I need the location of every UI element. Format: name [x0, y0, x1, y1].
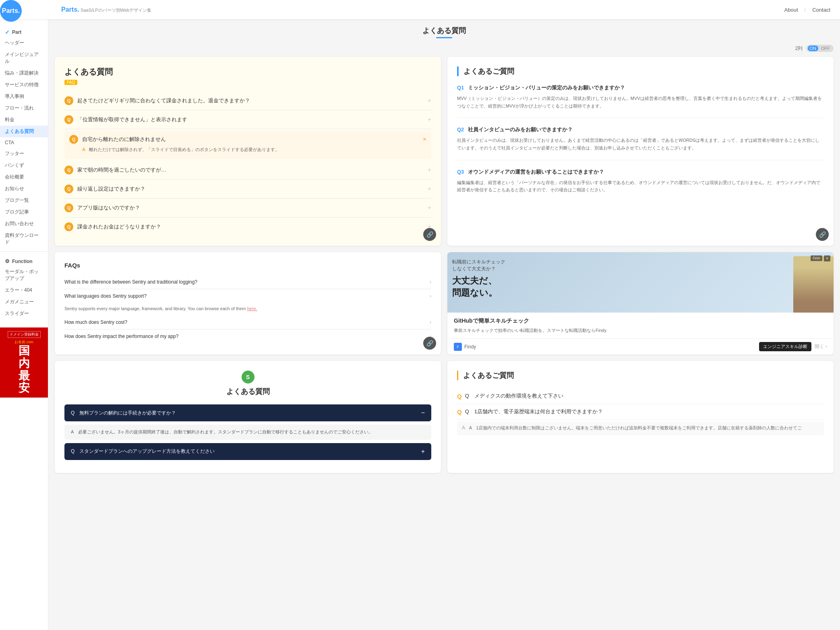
sidebar-function-title: ⚙ Function	[0, 255, 48, 266]
faq1-answer-2: A 離れただけでは解除されず、「スライドで目覚める」のボタンをスライドする必要が…	[69, 144, 426, 155]
card-ad: 転職前にスキルチェック しなくて大丈夫か？ 大丈夫だ、 問題ない。 ©rim ×…	[447, 252, 834, 355]
faq2-q3-block: Q3 オウンドメディアの運営をお願いすることはできますか？ 編集編集者は、経営者…	[457, 168, 824, 194]
ad-overlay-text: 転職前にスキルチェック しなくて大丈夫か？ 大丈夫だ、 問題ない。	[452, 259, 505, 299]
faq2-q2-block: Q2 社員インタビューのみをお願いできますか？ 社員インタビューのみは、現状お受…	[457, 126, 824, 151]
card5-a0: A A 1店舗内での端末利用台数に制限はございません。端末をご用意いただければ追…	[457, 421, 824, 435]
card3-title: FAQs	[64, 262, 431, 269]
card1-badge: FAQ	[64, 80, 77, 85]
card4-icon: S	[242, 371, 254, 383]
sidebar-divider	[0, 251, 48, 252]
faq1-item-4[interactable]: Q 繰り返し設定はできますか？ +	[64, 180, 431, 199]
card2-title: よくあるご質問	[463, 66, 824, 76]
nav-contact[interactable]: Contact	[812, 7, 830, 13]
card4-title: よくある質問	[64, 387, 431, 396]
faq-close-icon: ×	[423, 136, 426, 143]
faq4-q-item-0[interactable]: Q 無料プランの解約には手続きが必要ですか？ −	[64, 404, 431, 421]
sidebar-item-modal[interactable]: モーダル・ポップアップ	[0, 266, 48, 284]
logo-area: Parts. Parts. SaaS/LPのパーツ別Webデザイン集	[10, 6, 151, 13]
main-content: よくある質問 2列 ON OFF よくある質問 FAQ Q 起きてたけどギリギリ	[48, 19, 840, 630]
faq2-q1-num: Q1	[457, 85, 464, 91]
faq1-item-0[interactable]: Q 起きてたけどギリギリ間に合わなくて課金されました。退金できますか？ +	[64, 91, 431, 110]
ad-image-area: 転職前にスキルチェック しなくて大丈夫か？ 大丈夫だ、 問題ない。 ©rim ×	[447, 252, 834, 313]
card5-title: よくあるご質問	[463, 371, 824, 380]
toggle-on: ON	[808, 46, 819, 51]
layout: ✓ Part ヘッダー メインビジュアル 悩み・課題解決 サービスの特徴 導入事…	[0, 19, 840, 630]
faq3-answer-1: Sentry supports every major language, fr…	[64, 303, 431, 316]
sidebar-item-faq[interactable]: よくある質問	[0, 126, 48, 137]
faq3-chevron-2: ‹	[430, 319, 431, 325]
sidebar-item-trouble[interactable]: 悩み・課題解決	[0, 67, 48, 79]
faq3-item-1-expanded[interactable]: What languages does Sentry support? › Se…	[64, 289, 431, 316]
ad-person-image	[793, 256, 834, 313]
sidebar-item-error[interactable]: エラー・404	[0, 284, 48, 296]
faq2-a3: 編集編集者は、経営者という「パーソナルな存在」の発信をお手伝いする仕事であるため…	[457, 179, 824, 194]
faq1-item-2-expanded[interactable]: Q 自宅から離れたのに解除されません × A 離れただけでは解除されず、「スライ…	[64, 131, 431, 159]
sidebar: ✓ Part ヘッダー メインビジュアル 悩み・課題解決 サービスの特徴 導入事…	[0, 19, 48, 630]
sidebar-item-download[interactable]: 資料ダウンロード	[0, 230, 48, 248]
sidebar-part-title: ✓ Part	[0, 26, 48, 37]
faq4-q-item-2[interactable]: Q スタンダードプランへのアップグレード方法を教えてください +	[64, 443, 431, 460]
ad-close-btn[interactable]: ×	[824, 255, 830, 261]
card-faq2: よくあるご質問 Q1 ミッション・ビジョン・バリューの策定のみをお願いできますか…	[447, 57, 834, 246]
sidebar-item-news[interactable]: お知らせ	[0, 183, 48, 195]
card1-link-icon[interactable]: 🔗	[423, 228, 436, 241]
sidebar-item-blog-article[interactable]: ブログ記事	[0, 206, 48, 218]
sidebar-item-service[interactable]: サービスの特徴	[0, 79, 48, 91]
faq3-item-0[interactable]: What is the difference between Sentry an…	[64, 275, 431, 289]
card-faq1: よくある質問 FAQ Q 起きてたけどギリギリ間に合わなくて課金されました。退金…	[55, 57, 441, 246]
ad-open-button[interactable]: エンジニアスキル診断	[759, 342, 811, 351]
sidebar-item-cta[interactable]: CTA	[0, 137, 48, 148]
card-faq5: よくあるご質問 Q Q メディクスの動作環境を教えて下さい Q Q 1店舗内で、…	[447, 361, 834, 473]
sidebar-ad-big-text: 国内最安	[2, 345, 46, 394]
card2-link-icon[interactable]: 🔗	[816, 228, 829, 241]
card5-q1[interactable]: Q Q 1店舗内で、電子薬歴端末は何台まで利用できますか？	[457, 404, 824, 420]
faq2-q3-num: Q3	[457, 169, 464, 175]
card3-link-icon[interactable]: 🔗	[423, 337, 436, 350]
nav-about[interactable]: About	[784, 7, 798, 13]
faq3-link[interactable]: here.	[247, 306, 257, 311]
logo-subtitle: SaaS/LPのパーツ別Webデザイン集	[81, 8, 151, 12]
sidebar-item-price[interactable]: 料金	[0, 114, 48, 126]
faq-expand-icon: +	[428, 116, 431, 123]
toggle-switch[interactable]: ON OFF	[806, 45, 834, 52]
faq1-item-3[interactable]: Q 家で朝の時間を過ごしたいのですが… +	[64, 161, 431, 180]
sidebar-item-slider[interactable]: スライダー	[0, 308, 48, 319]
top-header: Parts. Parts. SaaS/LPのパーツ別Webデザイン集 About…	[0, 0, 840, 19]
faq-q-icon: Q	[64, 203, 73, 212]
sidebar-item-flow[interactable]: フロー・流れ	[0, 102, 48, 114]
header-nav: About / Contact	[784, 7, 830, 13]
faq3-item-2[interactable]: How much does Sentry cost? ‹	[64, 315, 431, 330]
sidebar-item-contact[interactable]: お問い合わせ	[0, 218, 48, 230]
faq-q-icon: Q	[69, 135, 78, 144]
faq1-item-1[interactable]: Q 「位置情報が取得できません」と表示されます +	[64, 110, 431, 129]
toggle-off: OFF	[819, 46, 832, 51]
sidebar-item-megamenu[interactable]: メガメニュー	[0, 296, 48, 308]
card5-header: よくあるご質問	[457, 371, 824, 380]
sidebar-item-header[interactable]: ヘッダー	[0, 37, 48, 49]
faq2-q1-block: Q1 ミッション・ビジョン・バリューの策定のみをお願いできますか？ MVV（ミッ…	[457, 84, 824, 110]
sidebar-item-footer[interactable]: フッター	[0, 148, 48, 160]
findy-logo: F	[454, 343, 462, 351]
faq-q-icon: Q	[64, 166, 73, 174]
ad-github-title: GitHubで簡単スキルチェック	[454, 317, 827, 325]
sidebar-item-company[interactable]: 会社概要	[0, 171, 48, 183]
faq1-item-6[interactable]: Q 課金されたお金はどうなりますか？ +	[64, 218, 431, 236]
sidebar-item-case[interactable]: 導入事例	[0, 91, 48, 102]
page-title-underline	[436, 37, 452, 38]
faq3-item-3[interactable]: How does Sentry impact the performance o…	[64, 330, 431, 343]
sidebar-item-blog-list[interactable]: ブログ一覧	[0, 195, 48, 206]
ad-footer: F Findy エンジニアスキル診断 開く ›	[447, 338, 834, 354]
card5-q0-mark: Q	[457, 393, 462, 400]
ad-github-desc: 事前スキルチェックで効率のいい転職活動を。スマートな転職活動ならFindy	[454, 327, 827, 334]
ad-brand-name: Findy	[464, 344, 476, 350]
faq1-item-5[interactable]: Q アプリ版はないのですか？ +	[64, 199, 431, 218]
card5-q0[interactable]: Q Q メディクスの動作環境を教えて下さい	[457, 388, 824, 404]
card5-q1-mark: Q	[457, 408, 462, 415]
sidebar-item-mainvisual[interactable]: メインビジュアル	[0, 49, 48, 67]
card2-header-border: よくあるご質問	[457, 66, 824, 76]
faq4-a-item-0: A 必要ございません。3ヶ月の提供期間終了後は、自動で解約されます。スタンダード…	[64, 425, 431, 440]
faq3-chevron-0: ‹	[430, 279, 431, 285]
sidebar-item-breadcrumb[interactable]: パンくず	[0, 160, 48, 171]
faq-expand-icon: +	[428, 97, 431, 104]
faq-q-icon: Q	[64, 96, 73, 105]
